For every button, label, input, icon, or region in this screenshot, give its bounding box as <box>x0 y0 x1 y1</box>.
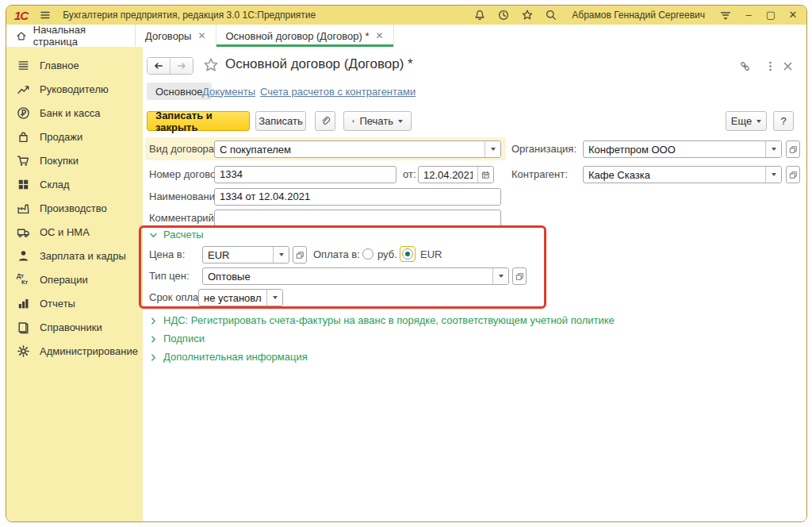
tab-contract-form[interactable]: Основной договор (Договор) * ✕ <box>216 25 394 47</box>
close-window-button[interactable]: ✕ <box>787 10 799 21</box>
warehouse-grid-icon <box>17 178 30 191</box>
sidebar-item-rukovoditelyu[interactable]: Руководителю <box>6 77 143 101</box>
title-bar: 1С Бухгалтерия предприятия, редакция 3.0… <box>6 6 806 25</box>
back-button[interactable] <box>147 58 170 74</box>
chevron-right-icon[interactable] <box>149 335 158 344</box>
factory-icon <box>17 202 30 215</box>
contract-type-dropdown-button[interactable] <box>485 141 500 157</box>
tab-close-icon[interactable]: ✕ <box>375 30 383 41</box>
minimize-button[interactable]: – <box>743 10 754 21</box>
price-type-input[interactable] <box>203 268 492 284</box>
payment-term-input[interactable] <box>199 290 266 306</box>
sidebar-item-label: Справочники <box>40 321 102 333</box>
chevron-down-icon <box>398 120 403 123</box>
sidebar-item-label: Покупки <box>40 155 79 167</box>
forward-button[interactable] <box>170 58 193 74</box>
sidebar-item-prodazhi[interactable]: Продажи <box>6 125 143 148</box>
print-button[interactable]: Печать <box>343 111 412 131</box>
counterparty-label: Контрагент: <box>511 168 568 180</box>
chevron-down-icon <box>279 253 284 256</box>
sidebar-item-label: Банк и касса <box>40 107 101 119</box>
price-in-input[interactable] <box>203 247 273 263</box>
price-type-open-button[interactable] <box>512 267 527 285</box>
counterparty-input[interactable] <box>584 167 765 183</box>
maximize-button[interactable]: ▢ <box>765 10 776 21</box>
organization-label: Организация: <box>511 143 576 155</box>
sidebar-item-proizvodstvo[interactable]: Производство <box>6 196 143 220</box>
sidebar-item-administrirovanie[interactable]: Администрирование <box>6 339 143 363</box>
counterparty-dropdown-button[interactable] <box>765 167 781 183</box>
list-icon <box>17 59 30 72</box>
sidebar-item-glavnoe[interactable]: Главное <box>6 53 143 77</box>
save-button[interactable]: Записать <box>255 111 306 131</box>
sidebar-item-spravochniki[interactable]: Справочники <box>6 315 143 339</box>
additional-info-section-header[interactable]: Дополнительная информация <box>163 351 308 363</box>
notifications-bell-icon[interactable] <box>473 9 486 21</box>
payment-term-dropdown-button[interactable] <box>266 290 282 306</box>
contract-number-input[interactable] <box>215 168 396 180</box>
contract-type-input[interactable] <box>215 141 485 157</box>
payment-in-eur-radio[interactable] <box>402 248 413 260</box>
main-menu-icon[interactable] <box>39 9 52 21</box>
organization-input[interactable] <box>584 141 765 157</box>
current-user[interactable]: Абрамов Геннадий Сергеевич <box>572 10 705 21</box>
contract-type-combo <box>214 140 501 158</box>
comment-label: Комментарий: <box>149 212 217 224</box>
name-input[interactable] <box>215 190 500 202</box>
sidebar-item-zarplata-i-kadry[interactable]: Зарплата и кадры <box>6 244 143 267</box>
organization-dropdown-button[interactable] <box>765 141 781 157</box>
sidebar-item-label: Производство <box>40 202 107 214</box>
payment-in-rub-label: руб. <box>377 248 397 260</box>
sidebar-item-sklad[interactable]: Склад <box>6 172 143 196</box>
tab-home[interactable]: Начальная страница <box>6 25 136 47</box>
history-icon[interactable] <box>497 9 510 21</box>
favorite-star-icon[interactable] <box>203 57 219 73</box>
search-icon[interactable] <box>545 9 557 21</box>
date-picker-button[interactable] <box>477 167 493 183</box>
sidebar-item-bank-i-kassa[interactable]: Банк и касса <box>6 101 143 125</box>
close-form-icon[interactable] <box>782 60 794 72</box>
chevron-down-icon[interactable] <box>149 231 158 240</box>
date-combo <box>418 166 494 183</box>
more-button[interactable]: Еще <box>726 111 767 131</box>
chevron-right-icon[interactable] <box>149 353 158 362</box>
counterparty-combo <box>583 166 782 183</box>
comment-input[interactable] <box>215 212 500 224</box>
chevron-right-icon[interactable] <box>149 317 158 325</box>
payment-in-rub-radio[interactable] <box>362 248 373 260</box>
counterparty-open-button[interactable] <box>786 166 800 183</box>
chevron-down-icon <box>772 148 776 151</box>
price-in-open-button[interactable] <box>293 246 307 264</box>
name-label: Наименование: <box>149 190 224 202</box>
tab-contracts[interactable]: Договоры ✕ <box>136 25 216 47</box>
favorites-star-icon[interactable] <box>521 9 534 21</box>
price-type-dropdown-button[interactable] <box>492 268 508 284</box>
payment-term-combo <box>198 289 283 306</box>
signatures-section-header[interactable]: Подписи <box>163 333 205 344</box>
organization-open-button[interactable] <box>786 140 800 158</box>
sidebar-item-pokupki[interactable]: Покупки <box>6 148 143 172</box>
more-menu-icon[interactable] <box>764 60 776 72</box>
save-close-button[interactable]: Записать и закрыть <box>147 111 250 131</box>
nav-link-documents[interactable]: Документы <box>202 83 255 100</box>
chevron-down-icon <box>491 148 496 151</box>
nav-link-accounts[interactable]: Счета расчетов с контрагентами <box>260 83 416 100</box>
arrow-right-icon <box>176 60 187 71</box>
sidebar-item-otchety[interactable]: Отчеты <box>6 291 143 315</box>
help-button[interactable]: ? <box>773 111 794 131</box>
sidebar-item-os-i-nma[interactable]: ОС и НМА <box>6 220 143 244</box>
price-in-dropdown-button[interactable] <box>273 247 289 263</box>
calculations-section-header[interactable]: Расчеты <box>163 229 204 240</box>
get-link-icon[interactable] <box>739 60 751 72</box>
service-menu-icon[interactable] <box>719 9 732 21</box>
vat-section-header[interactable]: НДС: Регистрировать счета-фактуры на ава… <box>163 314 615 326</box>
tab-bar: Начальная страница Договоры ✕ Основной д… <box>6 25 806 48</box>
sidebar-item-operacii[interactable]: ДтКт Операции <box>6 267 143 291</box>
attachments-button[interactable] <box>315 111 335 131</box>
payment-in-eur-label: EUR <box>420 248 442 260</box>
tab-close-icon[interactable]: ✕ <box>197 30 205 41</box>
comment-field <box>214 210 501 227</box>
open-form-icon <box>789 145 798 154</box>
date-input[interactable] <box>419 167 477 183</box>
tab-label: Начальная страница <box>33 24 125 48</box>
